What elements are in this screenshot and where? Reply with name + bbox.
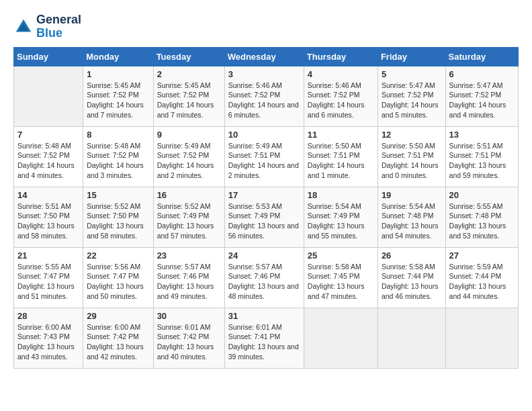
day-number: 18 — [308, 190, 374, 200]
cell-sun-info: Sunrise: 5:53 AMSunset: 7:49 PMDaylight:… — [228, 201, 300, 241]
cell-sun-info: Sunrise: 5:57 AMSunset: 7:46 PMDaylight:… — [157, 262, 221, 302]
day-number: 15 — [87, 190, 149, 200]
calendar-cell: 22Sunrise: 5:56 AMSunset: 7:47 PMDayligh… — [83, 247, 153, 308]
calendar-cell: 16Sunrise: 5:52 AMSunset: 7:49 PMDayligh… — [153, 187, 224, 247]
calendar-week-row: 14Sunrise: 5:51 AMSunset: 7:50 PMDayligh… — [14, 187, 519, 247]
calendar-cell: 1Sunrise: 5:45 AMSunset: 7:52 PMDaylight… — [83, 66, 153, 126]
calendar-cell: 18Sunrise: 5:54 AMSunset: 7:49 PMDayligh… — [304, 187, 378, 247]
day-number: 12 — [382, 130, 442, 140]
weekday-header-thursday: Thursday — [304, 47, 378, 66]
cell-sun-info: Sunrise: 5:47 AMSunset: 7:52 PMDaylight:… — [449, 81, 515, 120]
cell-sun-info: Sunrise: 6:00 AMSunset: 7:43 PMDaylight:… — [17, 322, 79, 362]
day-number: 26 — [382, 250, 442, 261]
day-number: 29 — [87, 311, 149, 321]
day-number: 19 — [382, 190, 442, 200]
calendar-cell: 10Sunrise: 5:49 AMSunset: 7:51 PMDayligh… — [224, 126, 304, 187]
calendar-cell: 24Sunrise: 5:57 AMSunset: 7:46 PMDayligh… — [224, 247, 304, 308]
cell-sun-info: Sunrise: 5:58 AMSunset: 7:44 PMDaylight:… — [382, 262, 442, 302]
cell-sun-info: Sunrise: 5:54 AMSunset: 7:49 PMDaylight:… — [308, 201, 374, 241]
day-number: 2 — [157, 69, 221, 79]
day-number: 22 — [87, 250, 149, 261]
cell-sun-info: Sunrise: 5:56 AMSunset: 7:47 PMDaylight:… — [87, 262, 149, 302]
cell-sun-info: Sunrise: 5:46 AMSunset: 7:52 PMDaylight:… — [228, 81, 300, 120]
calendar-cell: 17Sunrise: 5:53 AMSunset: 7:49 PMDayligh… — [224, 187, 304, 247]
day-number: 16 — [157, 190, 221, 200]
cell-sun-info: Sunrise: 5:52 AMSunset: 7:50 PMDaylight:… — [87, 201, 149, 241]
calendar-cell: 4Sunrise: 5:46 AMSunset: 7:52 PMDaylight… — [304, 66, 378, 126]
cell-sun-info: Sunrise: 5:48 AMSunset: 7:52 PMDaylight:… — [17, 141, 79, 181]
day-number: 6 — [449, 69, 515, 79]
calendar-cell — [445, 308, 518, 368]
cell-sun-info: Sunrise: 5:50 AMSunset: 7:51 PMDaylight:… — [382, 141, 442, 181]
cell-sun-info: Sunrise: 5:50 AMSunset: 7:51 PMDaylight:… — [308, 141, 374, 181]
calendar-cell — [378, 308, 445, 368]
calendar-week-row: 7Sunrise: 5:48 AMSunset: 7:52 PMDaylight… — [14, 126, 519, 187]
day-number: 3 — [228, 69, 300, 79]
day-number: 30 — [157, 311, 221, 321]
calendar-cell — [14, 66, 83, 126]
calendar-cell: 7Sunrise: 5:48 AMSunset: 7:52 PMDaylight… — [14, 126, 83, 187]
weekday-header-wednesday: Wednesday — [224, 47, 304, 66]
cell-sun-info: Sunrise: 6:01 AMSunset: 7:42 PMDaylight:… — [157, 322, 221, 362]
day-number: 8 — [87, 130, 149, 140]
day-number: 28 — [17, 311, 79, 321]
cell-sun-info: Sunrise: 5:54 AMSunset: 7:48 PMDaylight:… — [382, 201, 442, 241]
day-number: 24 — [228, 250, 300, 261]
calendar-cell: 29Sunrise: 6:00 AMSunset: 7:42 PMDayligh… — [83, 308, 153, 368]
cell-sun-info: Sunrise: 5:46 AMSunset: 7:52 PMDaylight:… — [308, 81, 374, 120]
cell-sun-info: Sunrise: 5:45 AMSunset: 7:52 PMDaylight:… — [87, 81, 149, 120]
calendar-cell: 9Sunrise: 5:49 AMSunset: 7:52 PMDaylight… — [153, 126, 224, 187]
page-header: General Blue — [13, 13, 519, 40]
calendar-cell: 11Sunrise: 5:50 AMSunset: 7:51 PMDayligh… — [304, 126, 378, 187]
calendar-cell: 21Sunrise: 5:55 AMSunset: 7:47 PMDayligh… — [14, 247, 83, 308]
calendar-cell: 6Sunrise: 5:47 AMSunset: 7:52 PMDaylight… — [445, 66, 518, 126]
day-number: 27 — [449, 250, 515, 261]
logo-icon — [13, 17, 34, 37]
calendar-cell: 27Sunrise: 5:59 AMSunset: 7:44 PMDayligh… — [445, 247, 518, 308]
calendar-cell: 30Sunrise: 6:01 AMSunset: 7:42 PMDayligh… — [153, 308, 224, 368]
cell-sun-info: Sunrise: 6:01 AMSunset: 7:41 PMDaylight:… — [228, 322, 300, 362]
weekday-header-monday: Monday — [83, 47, 153, 66]
cell-sun-info: Sunrise: 5:57 AMSunset: 7:46 PMDaylight:… — [228, 262, 300, 302]
cell-sun-info: Sunrise: 5:59 AMSunset: 7:44 PMDaylight:… — [449, 262, 515, 302]
calendar-cell: 14Sunrise: 5:51 AMSunset: 7:50 PMDayligh… — [14, 187, 83, 247]
day-number: 13 — [449, 130, 515, 140]
cell-sun-info: Sunrise: 5:51 AMSunset: 7:51 PMDaylight:… — [449, 141, 515, 181]
cell-sun-info: Sunrise: 6:00 AMSunset: 7:42 PMDaylight:… — [87, 322, 149, 362]
calendar-cell: 23Sunrise: 5:57 AMSunset: 7:46 PMDayligh… — [153, 247, 224, 308]
cell-sun-info: Sunrise: 5:49 AMSunset: 7:51 PMDaylight:… — [228, 141, 300, 181]
calendar-cell — [304, 308, 378, 368]
cell-sun-info: Sunrise: 5:55 AMSunset: 7:48 PMDaylight:… — [449, 201, 515, 241]
weekday-header-tuesday: Tuesday — [153, 47, 224, 66]
day-number: 1 — [87, 69, 149, 79]
day-number: 4 — [308, 69, 374, 79]
day-number: 23 — [157, 250, 221, 261]
day-number: 10 — [228, 130, 300, 140]
cell-sun-info: Sunrise: 5:48 AMSunset: 7:52 PMDaylight:… — [87, 141, 149, 181]
calendar-cell: 25Sunrise: 5:58 AMSunset: 7:45 PMDayligh… — [304, 247, 378, 308]
cell-sun-info: Sunrise: 5:51 AMSunset: 7:50 PMDaylight:… — [17, 201, 79, 241]
calendar-cell: 15Sunrise: 5:52 AMSunset: 7:50 PMDayligh… — [83, 187, 153, 247]
day-number: 31 — [228, 311, 300, 321]
logo-text: General Blue — [36, 13, 81, 40]
calendar-cell: 12Sunrise: 5:50 AMSunset: 7:51 PMDayligh… — [378, 126, 445, 187]
weekday-header-saturday: Saturday — [445, 47, 518, 66]
cell-sun-info: Sunrise: 5:45 AMSunset: 7:52 PMDaylight:… — [157, 81, 221, 120]
calendar-cell: 3Sunrise: 5:46 AMSunset: 7:52 PMDaylight… — [224, 66, 304, 126]
calendar-cell: 20Sunrise: 5:55 AMSunset: 7:48 PMDayligh… — [445, 187, 518, 247]
calendar-cell: 28Sunrise: 6:00 AMSunset: 7:43 PMDayligh… — [14, 308, 83, 368]
calendar-cell: 26Sunrise: 5:58 AMSunset: 7:44 PMDayligh… — [378, 247, 445, 308]
cell-sun-info: Sunrise: 5:58 AMSunset: 7:45 PMDaylight:… — [308, 262, 374, 302]
day-number: 11 — [308, 130, 374, 140]
calendar-cell: 19Sunrise: 5:54 AMSunset: 7:48 PMDayligh… — [378, 187, 445, 247]
calendar-cell: 2Sunrise: 5:45 AMSunset: 7:52 PMDaylight… — [153, 66, 224, 126]
logo: General Blue — [13, 13, 81, 40]
day-number: 9 — [157, 130, 221, 140]
day-number: 17 — [228, 190, 300, 200]
day-number: 25 — [308, 250, 374, 261]
day-number: 14 — [17, 190, 79, 200]
cell-sun-info: Sunrise: 5:52 AMSunset: 7:49 PMDaylight:… — [157, 201, 221, 241]
calendar-cell: 31Sunrise: 6:01 AMSunset: 7:41 PMDayligh… — [224, 308, 304, 368]
cell-sun-info: Sunrise: 5:49 AMSunset: 7:52 PMDaylight:… — [157, 141, 221, 181]
calendar-week-row: 21Sunrise: 5:55 AMSunset: 7:47 PMDayligh… — [14, 247, 519, 308]
